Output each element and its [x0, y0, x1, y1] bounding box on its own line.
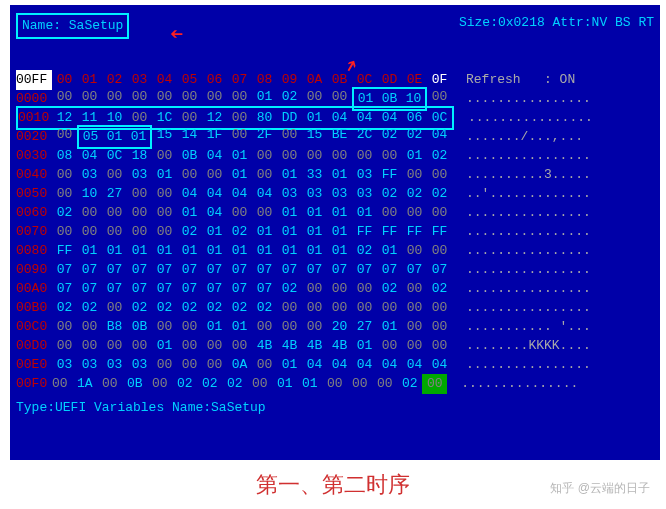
hex-cell: 01 [77, 241, 102, 261]
hex-cell: 07 [252, 260, 277, 280]
hex-cell: 00 [77, 336, 102, 356]
hex-cell: 01 [177, 203, 202, 223]
hex-cell: 01 [352, 203, 377, 223]
ascii-col: ................ [466, 89, 654, 109]
hex-cell: 0B [127, 317, 152, 337]
row-offset: 0050 [16, 184, 52, 204]
hex-cell: 07 [177, 260, 202, 280]
hex-cell: B8 [102, 317, 127, 337]
hex-cell: 04 [302, 355, 327, 375]
hex-cell: 00 [52, 317, 77, 337]
hex-cell: 01 [252, 241, 277, 261]
ascii-col: ................ [466, 355, 654, 375]
hex-cell: 04 [427, 355, 452, 375]
hex-cell: 00 [152, 355, 177, 375]
hex-cell: 00 [402, 317, 427, 337]
hex-cell: 00 [227, 203, 252, 223]
hex-cell: 07 [77, 260, 102, 280]
hex-cell: BE [327, 125, 352, 149]
hex-cell: 00 [327, 146, 352, 166]
hex-cell: 07 [152, 260, 177, 280]
hex-cell: 00 [177, 336, 202, 356]
hex-cell: 01 [277, 355, 302, 375]
hex-cell: 03 [77, 165, 102, 185]
hex-cell: 01 [377, 241, 402, 261]
hex-cell: 00 [252, 165, 277, 185]
hex-cell: 01 [202, 241, 227, 261]
hex-cell: 01 [302, 241, 327, 261]
hex-cell: 27 [352, 317, 377, 337]
hex-cell: 01 [272, 374, 297, 394]
hex-cell: 02 [227, 222, 252, 242]
hex-cell: 00 [302, 298, 327, 318]
hex-cell: 02 [202, 298, 227, 318]
hex-cell: 02 [397, 374, 422, 394]
hex-cell: 4B [252, 336, 277, 356]
hex-cell: 00 [152, 203, 177, 223]
hex-cell: 00 [302, 317, 327, 337]
hex-cell: 03 [77, 355, 102, 375]
hex-cell: 00 [377, 146, 402, 166]
hex-cell: 27 [102, 184, 127, 204]
hex-cell: 10 [77, 184, 102, 204]
row-offset: 00A0 [16, 279, 52, 299]
hex-cell: 02 [402, 184, 427, 204]
hex-row: 003008040C18000B04010000000000000102....… [16, 147, 654, 166]
hex-cell: 0A [227, 355, 252, 375]
hex-cell: 07 [352, 260, 377, 280]
hex-cell: 00 [152, 184, 177, 204]
hex-cell: 00 [402, 279, 427, 299]
hex-cell: 00 [427, 165, 452, 185]
hex-cell: 01 [102, 125, 127, 149]
hex-cell: 02 [427, 279, 452, 299]
hex-cell: 07 [277, 260, 302, 280]
hex-cell: 03 [52, 355, 77, 375]
hex-cell: 00 [77, 203, 102, 223]
hex-cell: 00 [427, 203, 452, 223]
hex-row: 00A007070707070707070702000000020002....… [16, 280, 654, 299]
hex-cell: 00 [52, 336, 77, 356]
row-offset: 00D0 [16, 336, 52, 356]
hex-row: 00E0030303030000000A0001040404040404....… [16, 356, 654, 375]
hex-cell: 00 [377, 203, 402, 223]
hex-cell: FF [352, 222, 377, 242]
hex-cell: 4B [277, 336, 302, 356]
hex-cell: 20 [327, 317, 352, 337]
row-offset: 0070 [16, 222, 52, 242]
hex-cell: 00 [152, 317, 177, 337]
hex-row: 009007070707070707070707070707070707....… [16, 261, 654, 280]
hex-cell: 03 [352, 165, 377, 185]
hex-cell: 07 [327, 260, 352, 280]
hex-cell: 02 [177, 298, 202, 318]
hex-cell: 01 [127, 125, 152, 149]
hex-cell: 04 [177, 184, 202, 204]
hex-cell: 01 [202, 317, 227, 337]
hex-cell: 00 [402, 241, 427, 261]
hex-cell: 4B [302, 336, 327, 356]
hex-cell: 01 [277, 241, 302, 261]
hex-row: 005000102700000404040403030303020202..'.… [16, 185, 654, 204]
hex-cell: 03 [277, 184, 302, 204]
hex-cell: 04 [227, 184, 252, 204]
hex-cell: 03 [127, 165, 152, 185]
hex-cell: 02 [227, 298, 252, 318]
terminal-window: Name: SaSetup Size:0x0218 Attr:NV BS RT … [10, 5, 660, 460]
hex-cell: 01 [202, 222, 227, 242]
hex-cell: 02 [352, 241, 377, 261]
hex-cell: 00 [202, 165, 227, 185]
hex-cell: 00 [352, 146, 377, 166]
hex-cell: 00 [127, 222, 152, 242]
hex-cell: 00 [102, 165, 127, 185]
hex-cell: 03 [302, 184, 327, 204]
hex-row: 00C00000B80B000001010000002027010000....… [16, 318, 654, 337]
hex-cell: 00 [277, 125, 302, 149]
row-offset: 0030 [16, 146, 52, 166]
hex-cell: 01 [277, 203, 302, 223]
hex-cell: 07 [102, 279, 127, 299]
hex-cell: 00 [177, 317, 202, 337]
row-offset: 0010 [16, 106, 52, 130]
hex-cell: 04 [377, 355, 402, 375]
hex-cell: 2F [252, 125, 277, 149]
hex-cell: 01 [227, 165, 252, 185]
hex-cell: 00 [277, 298, 302, 318]
